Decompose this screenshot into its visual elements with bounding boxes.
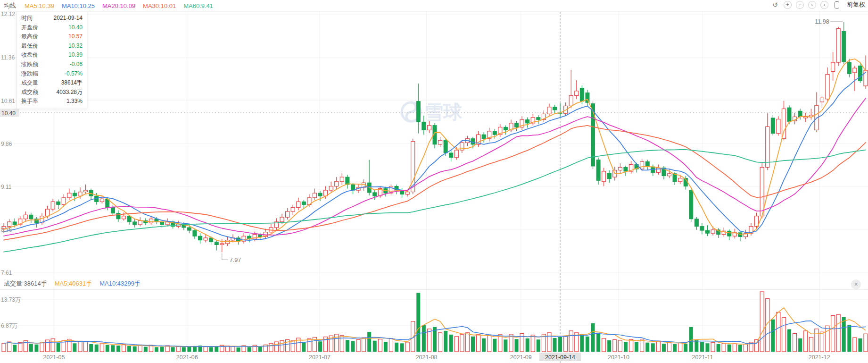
candlesticks xyxy=(2,22,868,252)
legend-ma10: MA10:10.25 xyxy=(62,2,95,9)
tooltip-row: 成交量38614手 xyxy=(21,78,83,88)
svg-text:10.61: 10.61 xyxy=(1,98,15,104)
close-volume-pane-button[interactable]: ✕ xyxy=(851,279,861,289)
tooltip-row: 开盘价10.40 xyxy=(21,23,83,33)
svg-text:2021-10: 2021-10 xyxy=(608,354,629,361)
tooltip-row: 最低价10.32 xyxy=(21,42,83,51)
tooltip-row: 涨跌额-0.06 xyxy=(21,60,83,69)
svg-text:9.11: 9.11 xyxy=(1,184,12,190)
xueqiu-watermark-logo: 雪球 xyxy=(402,101,463,122)
volume-label: 成交量 38614手 xyxy=(4,279,47,288)
svg-text:7.61: 7.61 xyxy=(1,270,12,276)
svg-text:2021-09: 2021-09 xyxy=(510,354,532,361)
volume-ma10-label: MA10:43299手 xyxy=(99,279,141,288)
svg-text:2021-08: 2021-08 xyxy=(416,354,438,361)
svg-text:7.97: 7.97 xyxy=(230,257,241,263)
mobile-icon[interactable] xyxy=(833,0,841,9)
zoom-out-icon[interactable]: − xyxy=(796,1,804,9)
legend-ma5: MA5:10.39 xyxy=(25,2,54,9)
tooltip-row: 收盘价10.39 xyxy=(21,51,83,60)
crosshair-date-label: 2021-09-14 xyxy=(545,354,575,361)
svg-text:11.98: 11.98 xyxy=(815,18,829,25)
chart-plot-area[interactable]: 雪球12.1211.3610.619.869.118.367.6110.4013… xyxy=(0,0,868,363)
svg-text:6.87万: 6.87万 xyxy=(1,322,17,329)
tooltip-row: 成交额4033.28万 xyxy=(21,88,83,97)
volume-bars xyxy=(2,292,868,352)
svg-text:2021-12: 2021-12 xyxy=(809,354,830,361)
ohlc-tooltip-panel: 时间2021-09-14 开盘价10.40 最高价10.57 最低价10.32 … xyxy=(17,11,87,109)
volume-ma5-label: MA5:40631手 xyxy=(55,279,92,288)
legend-ma60: MA60:9.41 xyxy=(183,2,213,9)
svg-text:12.12: 12.12 xyxy=(1,11,15,17)
stock-chart-window: 均线 MA5:10.39 MA10:10.25 MA20:10.09 MA30:… xyxy=(0,0,868,363)
scroll-left-icon[interactable]: ‹ xyxy=(808,1,816,9)
svg-text:9.86: 9.86 xyxy=(1,141,12,147)
chart-toolbar: ↺ + − ‹ › 前复权 xyxy=(771,0,865,9)
date-axis-labels: 2021-052021-062021-072021-082021-092021-… xyxy=(43,353,830,361)
zoom-in-icon[interactable]: + xyxy=(784,1,792,9)
tooltip-row: 时间2021-09-14 xyxy=(21,14,83,23)
svg-text:8.36: 8.36 xyxy=(1,227,12,233)
high-price-annotation: 11.98 xyxy=(815,18,843,25)
price-adjust-mode-button[interactable]: 前复权 xyxy=(847,0,865,9)
tooltip-row: 涨跌幅-0.57% xyxy=(21,69,83,79)
low-price-annotation: 7.97 xyxy=(222,253,241,263)
svg-text:11.36: 11.36 xyxy=(1,54,15,61)
tooltip-row: 换手率1.33% xyxy=(21,97,83,106)
legend-ma30: MA30:10.01 xyxy=(143,2,176,9)
scroll-right-icon[interactable]: › xyxy=(820,1,828,9)
svg-text:2021-07: 2021-07 xyxy=(309,354,331,361)
svg-text:2021-05: 2021-05 xyxy=(43,354,65,361)
volume-pane-header: 成交量 38614手 MA5:40631手 MA10:43299手 xyxy=(4,279,141,289)
svg-text:2021-11: 2021-11 xyxy=(692,354,713,361)
gridlines xyxy=(0,12,868,352)
svg-text:13.73万: 13.73万 xyxy=(1,296,21,303)
phone-shape xyxy=(835,1,839,8)
undo-icon[interactable]: ↺ xyxy=(771,0,779,9)
tooltip-row: 最高价10.57 xyxy=(21,32,83,42)
volume-axis-labels: 13.73万6.87万 xyxy=(1,296,21,329)
legend-ma20: MA20:10.09 xyxy=(102,2,135,9)
indicator-legend-bar: 均线 MA5:10.39 MA10:10.25 MA20:10.09 MA30:… xyxy=(0,0,868,12)
svg-text:2021-06: 2021-06 xyxy=(176,354,198,361)
svg-text:雪球: 雪球 xyxy=(424,101,463,122)
indicator-label: 均线 xyxy=(4,1,16,10)
last-price-axis-marker: 10.40 xyxy=(1,110,16,117)
